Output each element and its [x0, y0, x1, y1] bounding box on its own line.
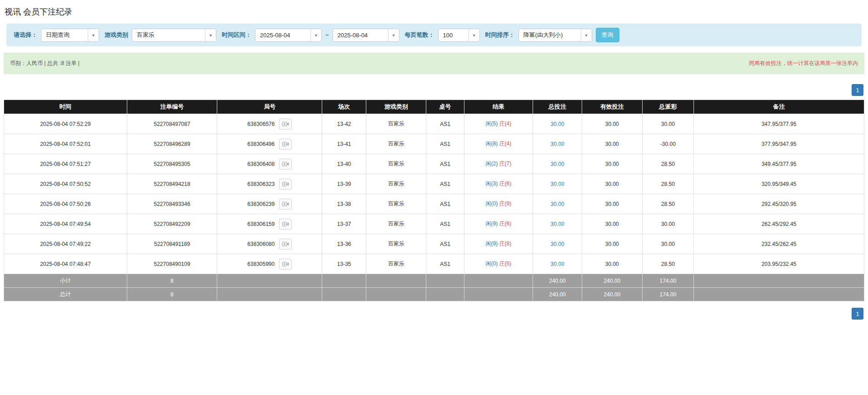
total-bet-link[interactable]: 30.00	[551, 181, 564, 187]
bet-id-cell: 522708491189	[127, 234, 217, 254]
game-type-select[interactable]: 百家乐 ▾	[132, 29, 216, 42]
query-button[interactable]: 查询	[596, 28, 619, 42]
video-preview-button[interactable]	[279, 199, 292, 210]
time-cell: 2025-08-04 07:49:54	[4, 214, 127, 234]
banker-result: 庄(6)	[499, 220, 512, 227]
total-bet-link[interactable]: 30.00	[551, 261, 564, 267]
header-round: 局号	[217, 100, 322, 114]
time-cell: 2025-08-04 07:51:27	[4, 154, 127, 174]
game-type-cell: 百家乐	[366, 254, 426, 274]
video-preview-button[interactable]	[279, 259, 292, 270]
video-preview-button[interactable]	[279, 119, 292, 130]
round-cell: 638306159	[217, 214, 322, 234]
player-result: 闲(5)	[486, 120, 498, 127]
currency-summary: 币别：人民币 | 总共 :8 注单 |	[10, 60, 80, 67]
player-result: 闲(9)	[486, 220, 498, 227]
date-from-select[interactable]: 2025-08-04 ▾	[255, 29, 322, 42]
time-range-label: 时间区间：	[222, 31, 251, 39]
player-result: 闲(3)	[486, 180, 498, 187]
filter-bar: 请选择： 日期查询 ▾ 游戏类别 百家乐 ▾ 时间区间： 2025-08-04 …	[6, 24, 862, 46]
total-bet-link[interactable]: 30.00	[551, 201, 564, 207]
page-size-value: 100	[439, 29, 469, 41]
page-1-button[interactable]: 1	[852, 308, 863, 320]
result-cell: 闲(5) 庄(4)	[464, 114, 533, 134]
total-bet-link[interactable]: 30.00	[551, 141, 564, 147]
payout-cell: 28.50	[642, 194, 694, 214]
round-number: 638306408	[247, 161, 274, 167]
total-bet-link[interactable]: 30.00	[551, 121, 564, 127]
game-type-cell: 百家乐	[366, 214, 426, 234]
total-bet-link[interactable]: 30.00	[551, 161, 564, 167]
summary-notice: 同局有效投注，统一计算在该局第一张注单内	[749, 60, 858, 67]
query-type-select[interactable]: 日期查询 ▾	[41, 29, 99, 42]
note-cell: 349.45/377.95	[694, 154, 864, 174]
valid-bet-cell: 30.00	[582, 214, 643, 234]
chevron-down-icon[interactable]: ▾	[581, 29, 592, 41]
note-cell: 262.45/292.45	[694, 214, 864, 234]
subtotal-empty-cell	[426, 274, 464, 288]
chevron-down-icon[interactable]: ▾	[88, 29, 99, 41]
round-number: 638306159	[247, 221, 274, 227]
video-preview-button[interactable]	[279, 159, 292, 170]
date-to-value: 2025-08-04	[333, 29, 388, 41]
payout-cell: -30.00	[642, 134, 694, 154]
date-to-select[interactable]: 2025-08-04 ▾	[333, 29, 399, 42]
session-cell: 13-38	[322, 194, 366, 214]
header-total-bet: 总投注	[533, 100, 582, 114]
round-number: 638306576	[247, 121, 274, 127]
table-row: 2025-08-04 07:52:29522708497087638306576…	[4, 114, 864, 134]
player-result: 闲(0)	[486, 260, 498, 267]
chevron-down-icon[interactable]: ▾	[469, 29, 479, 41]
bet-id-cell: 522708493346	[127, 194, 217, 214]
game-type-cell: 百家乐	[366, 234, 426, 254]
camera-icon	[282, 221, 289, 227]
round-number: 638305990	[247, 261, 274, 267]
table-no-cell: AS1	[426, 234, 464, 254]
subtotal-empty-cell	[322, 274, 366, 288]
round-number: 638306080	[247, 241, 274, 247]
player-result: 闲(0)	[486, 200, 498, 207]
table-no-cell: AS1	[426, 254, 464, 274]
time-cell: 2025-08-04 07:49:22	[4, 234, 127, 254]
result-cell: 闲(0) 庄(5)	[464, 254, 533, 274]
chevron-down-icon[interactable]: ▾	[388, 29, 399, 41]
chevron-down-icon[interactable]: ▾	[205, 29, 216, 41]
sort-order-select[interactable]: 降冪(由大到小) ▾	[519, 29, 592, 42]
camera-icon	[282, 201, 289, 207]
valid-bet-cell: 30.00	[582, 154, 643, 174]
result-cell: 闲(3) 庄(6)	[464, 174, 533, 194]
session-cell: 13-40	[322, 154, 366, 174]
round-number: 638306239	[247, 201, 274, 207]
video-preview-button[interactable]	[279, 239, 292, 250]
chevron-down-icon[interactable]: ▾	[310, 29, 321, 41]
total-empty-cell	[464, 288, 533, 301]
banker-result: 庄(8)	[499, 240, 512, 247]
camera-icon	[282, 261, 289, 267]
round-wrap: 638305990	[247, 259, 292, 270]
page-1-button[interactable]: 1	[852, 84, 863, 96]
time-cell: 2025-08-04 07:50:52	[4, 174, 127, 194]
video-preview-button[interactable]	[279, 219, 292, 230]
header-table-no: 桌号	[426, 100, 464, 114]
round-cell: 638306080	[217, 234, 322, 254]
date-range-separator: ~	[325, 32, 329, 39]
table-row: 2025-08-04 07:49:54522708492209638306159…	[4, 214, 864, 234]
round-cell: 638306576	[217, 114, 322, 134]
sort-order-value: 降冪(由大到小)	[519, 29, 581, 41]
subtotal-empty-cell	[366, 274, 426, 288]
video-preview-button[interactable]	[279, 179, 292, 190]
game-type-cell: 百家乐	[366, 154, 426, 174]
page-size-select[interactable]: 100 ▾	[438, 29, 480, 42]
total-bet-link[interactable]: 30.00	[551, 241, 564, 247]
video-preview-button[interactable]	[279, 139, 292, 150]
summary-bar: 币别：人民币 | 总共 :8 注单 | 同局有效投注，统一计算在该局第一张注单内	[4, 53, 864, 74]
total-bet-link[interactable]: 30.00	[551, 221, 564, 227]
banker-result: 庄(7)	[499, 160, 512, 167]
note-cell: 347.95/377.95	[694, 114, 864, 134]
valid-bet-cell: 30.00	[582, 254, 643, 274]
payout-cell: 30.00	[642, 214, 694, 234]
table-no-cell: AS1	[426, 194, 464, 214]
total-row: 总计8240.00240.00174.00	[4, 288, 864, 301]
bet-id-cell: 522708496289	[127, 134, 217, 154]
total-bet-cell: 30.00	[533, 154, 582, 174]
